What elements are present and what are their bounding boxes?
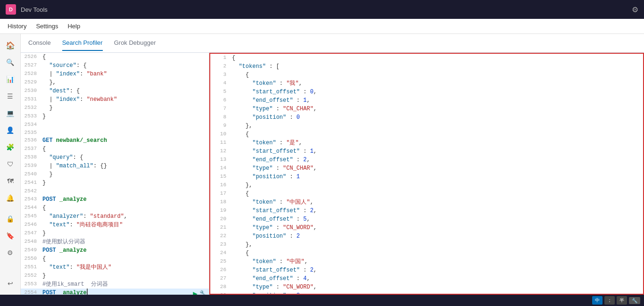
- response-line: 25 "token" : "中国",: [210, 257, 643, 266]
- response-line: 10 {: [210, 130, 643, 139]
- response-line: 8 "position" : 0: [210, 113, 643, 122]
- badge-semicolon: ；: [604, 296, 615, 305]
- sidebar-icon-map[interactable]: 🗺: [3, 174, 18, 189]
- code-line: 2539 | "match_all": {}: [21, 162, 209, 170]
- response-line: 23 },: [210, 240, 643, 249]
- response-line: 12 "start_offset" : 1,: [210, 147, 643, 156]
- top-bar: D Dev Tools ⚙: [0, 0, 644, 19]
- sidebar-icon-home[interactable]: 🏠: [3, 38, 18, 53]
- app-title: Dev Tools: [21, 6, 48, 13]
- response-line: 28 "type" : "CN_WORD",: [210, 283, 643, 291]
- code-line: 2537 {: [21, 145, 209, 153]
- code-line: 2531 | "index": "newbank": [21, 95, 209, 104]
- code-line: 2536 GET newbank/_search: [21, 136, 209, 145]
- code-line: 2533 }: [21, 112, 209, 121]
- response-line: 5 "start_offset" : 0,: [210, 88, 643, 96]
- settings-icon[interactable]: ⚙: [632, 5, 638, 14]
- sidebar-icon-terminal[interactable]: 💻: [3, 106, 18, 121]
- response-line: 20 "end_offset" : 5,: [210, 215, 643, 223]
- response-line: 1 {: [210, 54, 643, 62]
- run-button[interactable]: ▶: [193, 289, 198, 295]
- tab-bar: Console Search Profiler Grok Debugger: [21, 34, 644, 53]
- code-line: 2534: [21, 121, 209, 129]
- badge-half: 半: [617, 296, 627, 305]
- sidebar-icon-alert[interactable]: 🔔: [3, 190, 18, 206]
- sidebar-icon-search[interactable]: 🔍: [3, 55, 18, 70]
- left-editor-pane: 2526 { 2527 "source": { 2528 | "index": …: [21, 53, 209, 295]
- response-line: 2 "tokens" : [: [210, 62, 643, 71]
- bottom-bar: 中 ； 半 🔧: [0, 295, 644, 306]
- response-line: 22 "position" : 2: [210, 232, 643, 240]
- active-request-line: 2554 POST _analyze ▶ 🔧: [21, 289, 209, 295]
- response-line: 19 "start_offset" : 2,: [210, 207, 643, 215]
- code-line: 2526 {: [21, 53, 209, 61]
- badge-zh: 中: [592, 296, 603, 305]
- right-response-pane: 1 { 2 "tokens" : [ 3 { 4: [209, 53, 644, 295]
- sidebar-icon-puzzle[interactable]: 🧩: [3, 140, 18, 155]
- menu-history[interactable]: History: [8, 21, 26, 32]
- code-line: 2528 | "index": "bank": [21, 70, 209, 78]
- sidebar-icon-lock[interactable]: 🔒: [3, 211, 18, 226]
- response-line: 6 "end_offset" : 1,: [210, 96, 643, 105]
- tab-console[interactable]: Console: [28, 35, 51, 51]
- sidebar-icon-chart[interactable]: 📊: [3, 72, 18, 87]
- sidebar-icon-bookmark[interactable]: 🔖: [3, 228, 18, 243]
- tools-button[interactable]: 🔧: [199, 289, 207, 295]
- code-line: 2535: [21, 129, 209, 137]
- code-line: 2549 POST _analyze: [21, 246, 209, 255]
- code-line: 2541 }: [21, 179, 209, 187]
- response-line: 21 "type" : "CN_WORD",: [210, 223, 643, 232]
- response-line: 14 "type" : "CN_CHAR",: [210, 164, 643, 173]
- response-content[interactable]: 1 { 2 "tokens" : [ 3 { 4: [210, 54, 643, 294]
- response-line: 9 },: [210, 122, 643, 130]
- code-line: 2543 POST _analyze: [21, 195, 209, 204]
- code-line: 2527 "source": {: [21, 61, 209, 70]
- sidebar-icon-shield[interactable]: 🛡: [3, 157, 18, 172]
- code-line: 2545 "analyzer": "standard",: [21, 212, 209, 221]
- badge-tools: 🔧: [629, 297, 640, 304]
- menu-settings[interactable]: Settings: [36, 21, 58, 32]
- response-line: 16 },: [210, 181, 643, 190]
- code-line: 2538 "query": {: [21, 153, 209, 162]
- code-line: 2551 "text": "我是中国人": [21, 263, 209, 272]
- response-line: 7 "type" : "CN_CHAR",: [210, 105, 643, 113]
- response-line: 29 "position" : 3: [210, 291, 643, 294]
- sidebar-icon-gear[interactable]: ⚙: [3, 245, 18, 260]
- content-area: Console Search Profiler Grok Debugger 25…: [21, 34, 644, 295]
- main-layout: 🏠 🔍 📊 ☰ 💻 👤 🧩 🛡 🗺 🔔 🔒 🔖 ⚙ ↩ Console Sear…: [0, 34, 644, 295]
- response-line: 17 {: [210, 190, 643, 198]
- response-line: 3 {: [210, 71, 643, 79]
- response-line: 24 {: [210, 249, 643, 257]
- code-line: 2548 #使用默认分词器: [21, 238, 209, 246]
- app-logo: D: [6, 4, 16, 15]
- response-line: 13 "end_offset" : 2,: [210, 156, 643, 164]
- split-pane: 2526 { 2527 "source": { 2528 | "index": …: [21, 53, 644, 295]
- tab-search-profiler[interactable]: Search Profiler: [62, 35, 103, 51]
- sidebar: 🏠 🔍 📊 ☰ 💻 👤 🧩 🛡 🗺 🔔 🔒 🔖 ⚙ ↩: [0, 34, 21, 295]
- menu-help[interactable]: Help: [67, 21, 80, 32]
- sidebar-icon-list[interactable]: ☰: [3, 89, 18, 104]
- code-line: 2532 }: [21, 104, 209, 112]
- tab-grok-debugger[interactable]: Grok Debugger: [114, 35, 156, 51]
- code-line: 2546 "text": "尚硅谷电商项目": [21, 221, 209, 229]
- code-line: 2530 "dest": {: [21, 87, 209, 95]
- response-line: 4 "token" : "我",: [210, 79, 643, 88]
- sidebar-icon-user[interactable]: 👤: [3, 123, 18, 138]
- code-line: 2529 },: [21, 78, 209, 87]
- menu-bar: History Settings Help: [0, 19, 644, 34]
- response-line: 18 "token" : "中国人",: [210, 198, 643, 207]
- code-line: 2552 }: [21, 272, 209, 280]
- editor-content[interactable]: 2526 { 2527 "source": { 2528 | "index": …: [21, 53, 209, 295]
- code-line: 2550 {: [21, 255, 209, 263]
- sidebar-icon-back[interactable]: ↩: [3, 276, 18, 291]
- code-line: 2540 }: [21, 170, 209, 179]
- code-line: 2544 {: [21, 204, 209, 212]
- response-line: 26 "start_offset" : 2,: [210, 266, 643, 274]
- response-line: 11 "token" : "是",: [210, 139, 643, 147]
- response-line: 27 "end_offset" : 4,: [210, 274, 643, 283]
- response-line: 15 "position" : 1: [210, 173, 643, 181]
- code-line: 2547 }: [21, 229, 209, 238]
- code-line: 2542: [21, 187, 209, 195]
- code-line: 2553 #使用ik_smart 分词器: [21, 280, 209, 289]
- app-container: D Dev Tools ⚙ History Settings Help 🏠 🔍 …: [0, 0, 644, 306]
